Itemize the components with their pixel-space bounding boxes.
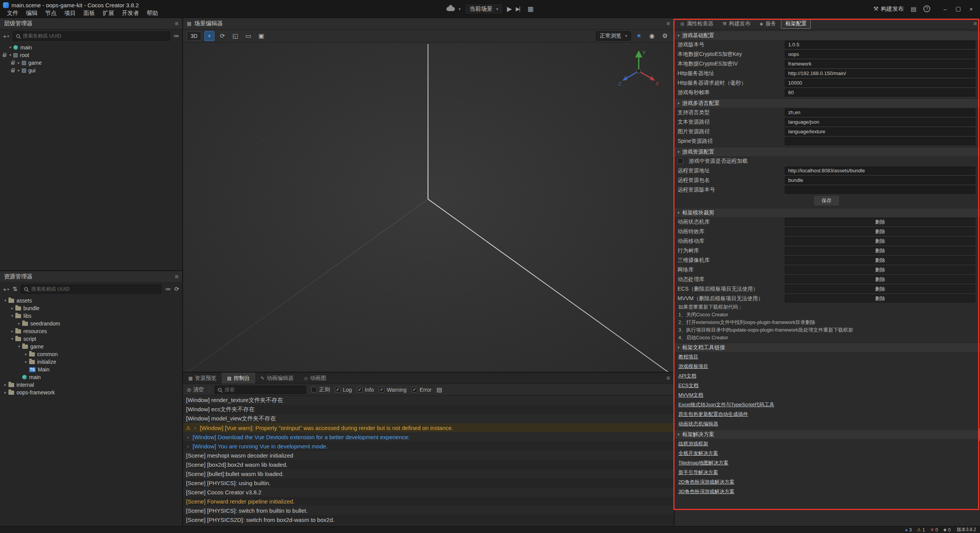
gear-icon[interactable]: ⚙ xyxy=(660,31,670,41)
log-row[interactable]: ›[Window] Download the Vue Devtools exte… xyxy=(183,432,674,441)
field-input[interactable]: zh,en xyxy=(785,108,975,116)
remote-load-checkbox[interactable] xyxy=(678,158,683,164)
caret-right-icon[interactable]: ▸ xyxy=(2,381,8,389)
help-icon[interactable]: ? xyxy=(923,5,930,12)
log-row[interactable]: [Scene] [bullet]:bullet wasm lib loaded. xyxy=(183,469,674,478)
field-input[interactable]: bundle xyxy=(785,176,975,184)
log-row[interactable]: ›[Window] You are running Vue in develop… xyxy=(183,441,674,451)
filter-log-checkbox[interactable]: Log xyxy=(335,387,352,393)
caret-down-icon[interactable]: ▾ xyxy=(9,312,15,320)
z-axis-arrow[interactable] xyxy=(622,76,628,81)
play-button[interactable]: ▶ xyxy=(507,5,512,13)
filter-info-checkbox[interactable]: Info xyxy=(357,387,374,393)
doc-link[interactable]: 游戏模板项目 xyxy=(678,363,708,370)
delete-button[interactable]: 删除 xyxy=(785,294,975,302)
delete-button[interactable]: 删除 xyxy=(785,247,975,255)
field-input[interactable]: 60 xyxy=(785,88,975,96)
doc-link[interactable]: ECS文档 xyxy=(678,382,699,389)
log-row[interactable]: [Scene] [box2d]:box2d wasm lib loaded. xyxy=(183,460,674,469)
tab-animation-editor[interactable]: ✎动画编辑器 xyxy=(255,373,299,384)
hierarchy-search-input[interactable]: 搜索名称或 UUID xyxy=(13,31,170,41)
doc-link[interactable]: 教程项目 xyxy=(678,353,698,360)
log-row[interactable]: ⚠›[Window] [Vue warn]: Property "onInput… xyxy=(183,423,674,432)
caret-right-icon[interactable]: ▸ xyxy=(2,389,8,396)
tab-animation-graph[interactable]: ◇动画图 xyxy=(299,373,332,384)
log-row[interactable]: [Scene] Cocos Creator v3.8.2 xyxy=(183,487,674,497)
regex-checkbox[interactable]: 正则 xyxy=(311,386,330,393)
caret-down-icon[interactable]: ▾ xyxy=(9,335,15,343)
filter-icon[interactable]: ≔ xyxy=(165,286,171,293)
gizmo-center[interactable] xyxy=(637,69,640,73)
asset-node[interactable]: main xyxy=(0,373,182,381)
view-mode-select[interactable]: 正常浏览 ▾ xyxy=(596,31,631,41)
delete-button[interactable]: 删除 xyxy=(785,256,975,264)
tab-framework-config[interactable]: 框架配置 xyxy=(781,19,811,29)
delete-button[interactable]: 删除 xyxy=(785,266,975,274)
doc-link[interactable]: 2D角色扮演游戏解决方案 xyxy=(678,479,735,486)
caret-down-icon[interactable]: ▾ xyxy=(7,51,13,59)
delete-button[interactable]: 删除 xyxy=(785,237,975,245)
log-row[interactable]: [Scene] [PHYSICS]: switch from builtin t… xyxy=(183,506,674,515)
log-row[interactable]: [Window] ecs文件夹不存在 xyxy=(183,405,674,414)
section-header[interactable]: ▾游戏基础配置 xyxy=(675,31,980,40)
x-axis-arrow[interactable] xyxy=(650,76,655,81)
section-header[interactable]: ▾游戏多语言配置 xyxy=(675,98,980,108)
doc-link[interactable]: 3D角色扮演游戏解决方案 xyxy=(678,488,735,495)
menu-item-5[interactable]: 面板 xyxy=(80,10,99,17)
hierarchy-node[interactable]: ▾main xyxy=(0,44,182,51)
doc-link[interactable]: 动画状态机编辑器 xyxy=(678,420,718,427)
hierarchy-node[interactable]: ▸game xyxy=(0,59,182,67)
close-button[interactable]: × xyxy=(965,0,978,18)
menu-item-4[interactable]: 项目 xyxy=(60,10,80,17)
light-toggle-icon[interactable]: ☀ xyxy=(634,31,644,41)
caret-right-icon[interactable]: ▸ xyxy=(16,59,22,67)
asset-node[interactable]: ▸internal xyxy=(0,381,182,389)
asset-node[interactable]: ▾script xyxy=(0,335,182,343)
menu-icon[interactable]: ≡ xyxy=(175,20,178,27)
axis-gizmo[interactable]: Y X Z xyxy=(617,48,661,92)
asset-node[interactable]: ▸initialize xyxy=(0,358,182,366)
menu-item-2[interactable]: 编辑 xyxy=(22,10,41,17)
field-input[interactable] xyxy=(785,137,975,145)
rotate-tool-icon[interactable]: ⟳ xyxy=(217,31,227,41)
delete-button[interactable]: 删除 xyxy=(785,227,975,235)
add-asset-button[interactable]: +▾ xyxy=(3,286,9,293)
log-row[interactable]: [Window] model_view文件夹不存在 xyxy=(183,414,674,423)
filter-error-checkbox[interactable]: Error xyxy=(412,387,431,393)
scene-select[interactable]: 当前场景 ▾ xyxy=(464,3,503,15)
scrollbar-thumb[interactable] xyxy=(978,428,980,441)
scene-viewport[interactable]: Y X Z xyxy=(183,43,674,372)
chevron-down-icon[interactable]: ▾ xyxy=(459,7,461,11)
layout-grid-icon[interactable]: ▦ xyxy=(528,5,534,13)
tab-build[interactable]: ⚒构建发布 xyxy=(718,19,755,29)
menu-item-3[interactable]: 节点 xyxy=(41,10,60,17)
tab-asset-preview[interactable]: ▦资源预览 xyxy=(183,373,222,384)
preview-target-icon[interactable] xyxy=(446,7,455,11)
caret-right-icon[interactable]: ▸ xyxy=(16,67,22,74)
menu-item-1[interactable]: 文件 xyxy=(3,10,22,17)
camera-icon[interactable]: ◉ xyxy=(647,31,657,41)
step-button[interactable]: ▶| xyxy=(516,6,519,12)
menu-icon[interactable]: ≡ xyxy=(175,273,178,280)
tab-console[interactable]: ▤控制台 xyxy=(222,373,255,384)
log-row[interactable]: [Scene] [PHYSICS]: using builtin. xyxy=(183,478,674,487)
field-input[interactable]: 10000 xyxy=(785,79,975,87)
log-row[interactable]: [Window] render_texture文件夹不存在 xyxy=(183,396,674,405)
asset-node[interactable]: ▾assets xyxy=(0,297,182,304)
caret-right-icon[interactable]: ▸ xyxy=(16,320,22,327)
log-row[interactable]: [Scene] Forward render pipeline initiali… xyxy=(183,497,674,506)
menu-item-8[interactable]: 帮助 xyxy=(143,10,162,17)
save-button[interactable]: 保存 xyxy=(813,195,840,206)
assets-search-input[interactable]: 搜索名称或 UUID xyxy=(21,284,162,294)
move-tool-icon[interactable]: + xyxy=(204,31,214,41)
doc-link[interactable]: 原生包热更新配置自动生成插件 xyxy=(678,411,748,418)
maximize-button[interactable]: ▢ xyxy=(952,0,965,18)
doc-link[interactable]: MVVM文档 xyxy=(678,392,703,399)
field-input[interactable]: language/texture xyxy=(785,128,975,136)
log-collapse-icon[interactable]: ▤ xyxy=(436,386,442,393)
clear-console-button[interactable]: ⊘ 清空 xyxy=(187,386,204,393)
filter-icon[interactable]: ≔ xyxy=(173,33,179,39)
field-input[interactable]: 1.0.5 xyxy=(785,41,975,49)
menu-icon[interactable]: ≡ xyxy=(666,375,670,382)
section-header[interactable]: ▾游戏资源配置 xyxy=(675,147,980,156)
